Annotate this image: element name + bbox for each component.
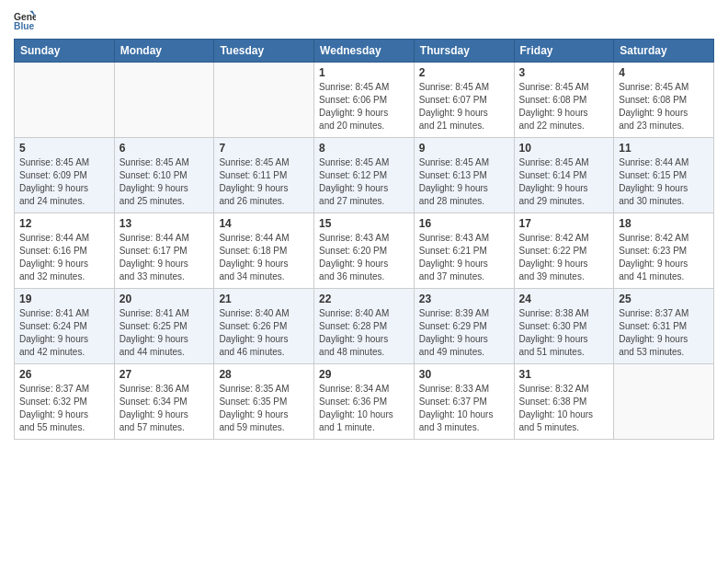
week-row-1: 1Sunrise: 8:45 AM Sunset: 6:06 PM Daylig…: [15, 63, 714, 138]
day-info: Sunrise: 8:32 AM Sunset: 6:38 PM Dayligh…: [519, 383, 609, 434]
day-number: 27: [119, 368, 210, 381]
day-number: 24: [519, 293, 609, 305]
day-info: Sunrise: 8:42 AM Sunset: 6:23 PM Dayligh…: [619, 232, 709, 283]
calendar-cell: 25Sunrise: 8:37 AM Sunset: 6:31 PM Dayli…: [614, 289, 714, 364]
calendar-cell: 27Sunrise: 8:36 AM Sunset: 6:34 PM Dayli…: [114, 364, 214, 440]
weekday-header-monday: Monday: [114, 40, 214, 63]
day-number: 5: [19, 142, 109, 155]
calendar-cell: 3Sunrise: 8:45 AM Sunset: 6:08 PM Daylig…: [514, 63, 614, 138]
weekday-header-wednesday: Wednesday: [314, 40, 415, 63]
day-info: Sunrise: 8:42 AM Sunset: 6:22 PM Dayligh…: [519, 232, 609, 283]
calendar-cell: 21Sunrise: 8:40 AM Sunset: 6:26 PM Dayli…: [214, 289, 314, 364]
day-info: Sunrise: 8:45 AM Sunset: 6:10 PM Dayligh…: [119, 156, 210, 208]
calendar-cell: 13Sunrise: 8:44 AM Sunset: 6:17 PM Dayli…: [114, 213, 214, 289]
calendar-cell: 26Sunrise: 8:37 AM Sunset: 6:32 PM Dayli…: [15, 364, 115, 440]
week-row-5: 26Sunrise: 8:37 AM Sunset: 6:32 PM Dayli…: [15, 364, 714, 440]
day-number: 6: [119, 142, 210, 155]
day-info: Sunrise: 8:38 AM Sunset: 6:30 PM Dayligh…: [519, 307, 609, 359]
day-info: Sunrise: 8:45 AM Sunset: 6:11 PM Dayligh…: [219, 156, 309, 208]
calendar-cell: 14Sunrise: 8:44 AM Sunset: 6:18 PM Dayli…: [214, 213, 314, 289]
day-number: 16: [419, 217, 509, 230]
day-number: 22: [319, 293, 409, 305]
calendar-cell: [614, 364, 714, 440]
day-number: 7: [219, 142, 309, 155]
day-number: 12: [19, 217, 109, 230]
day-number: 14: [219, 217, 309, 230]
day-number: 31: [519, 368, 609, 381]
day-number: 9: [419, 142, 509, 155]
weekday-header-tuesday: Tuesday: [214, 40, 314, 63]
calendar-cell: 16Sunrise: 8:43 AM Sunset: 6:21 PM Dayli…: [414, 213, 514, 289]
day-info: Sunrise: 8:45 AM Sunset: 6:13 PM Dayligh…: [419, 156, 509, 208]
day-info: Sunrise: 8:43 AM Sunset: 6:21 PM Dayligh…: [419, 232, 509, 283]
day-info: Sunrise: 8:43 AM Sunset: 6:20 PM Dayligh…: [319, 232, 409, 283]
day-number: 21: [219, 293, 309, 305]
day-info: Sunrise: 8:44 AM Sunset: 6:18 PM Dayligh…: [219, 232, 309, 283]
day-info: Sunrise: 8:41 AM Sunset: 6:24 PM Dayligh…: [19, 307, 109, 359]
day-info: Sunrise: 8:44 AM Sunset: 6:16 PM Dayligh…: [19, 232, 109, 283]
calendar-cell: 6Sunrise: 8:45 AM Sunset: 6:10 PM Daylig…: [114, 138, 214, 213]
day-number: 8: [319, 142, 409, 155]
calendar-cell: [15, 63, 115, 138]
day-number: 19: [19, 293, 109, 305]
calendar-cell: 12Sunrise: 8:44 AM Sunset: 6:16 PM Dayli…: [15, 213, 115, 289]
day-number: 26: [19, 368, 109, 381]
day-number: 30: [419, 368, 509, 381]
calendar-cell: 17Sunrise: 8:42 AM Sunset: 6:22 PM Dayli…: [514, 213, 614, 289]
calendar-cell: 10Sunrise: 8:45 AM Sunset: 6:14 PM Dayli…: [514, 138, 614, 213]
day-number: 4: [619, 66, 709, 79]
week-row-2: 5Sunrise: 8:45 AM Sunset: 6:09 PM Daylig…: [15, 138, 714, 213]
day-number: 10: [519, 142, 609, 155]
day-number: 11: [619, 142, 709, 155]
calendar-cell: 7Sunrise: 8:45 AM Sunset: 6:11 PM Daylig…: [214, 138, 314, 213]
day-number: 17: [519, 217, 609, 230]
day-info: Sunrise: 8:45 AM Sunset: 6:07 PM Dayligh…: [419, 81, 509, 132]
calendar-cell: 15Sunrise: 8:43 AM Sunset: 6:20 PM Dayli…: [314, 213, 415, 289]
calendar-cell: 18Sunrise: 8:42 AM Sunset: 6:23 PM Dayli…: [614, 213, 714, 289]
day-info: Sunrise: 8:44 AM Sunset: 6:17 PM Dayligh…: [119, 232, 210, 283]
day-info: Sunrise: 8:44 AM Sunset: 6:15 PM Dayligh…: [619, 156, 709, 208]
calendar-cell: 11Sunrise: 8:44 AM Sunset: 6:15 PM Dayli…: [614, 138, 714, 213]
day-number: 18: [619, 217, 709, 230]
day-number: 2: [419, 66, 509, 79]
day-info: Sunrise: 8:39 AM Sunset: 6:29 PM Dayligh…: [419, 307, 509, 359]
calendar: SundayMondayTuesdayWednesdayThursdayFrid…: [14, 39, 714, 440]
day-number: 1: [319, 66, 409, 79]
calendar-cell: [114, 63, 214, 138]
day-number: 29: [319, 368, 409, 381]
day-info: Sunrise: 8:45 AM Sunset: 6:09 PM Dayligh…: [19, 156, 109, 208]
day-info: Sunrise: 8:41 AM Sunset: 6:25 PM Dayligh…: [119, 307, 210, 359]
day-info: Sunrise: 8:45 AM Sunset: 6:06 PM Dayligh…: [319, 81, 409, 132]
calendar-cell: 28Sunrise: 8:35 AM Sunset: 6:35 PM Dayli…: [214, 364, 314, 440]
logo-icon: General Blue: [14, 9, 36, 31]
calendar-cell: 4Sunrise: 8:45 AM Sunset: 6:08 PM Daylig…: [614, 63, 714, 138]
calendar-cell: 2Sunrise: 8:45 AM Sunset: 6:07 PM Daylig…: [414, 63, 514, 138]
calendar-cell: 1Sunrise: 8:45 AM Sunset: 6:06 PM Daylig…: [314, 63, 415, 138]
weekday-header-saturday: Saturday: [614, 40, 714, 63]
calendar-cell: 29Sunrise: 8:34 AM Sunset: 6:36 PM Dayli…: [314, 364, 415, 440]
week-row-4: 19Sunrise: 8:41 AM Sunset: 6:24 PM Dayli…: [15, 289, 714, 364]
weekday-header-friday: Friday: [514, 40, 614, 63]
calendar-cell: 19Sunrise: 8:41 AM Sunset: 6:24 PM Dayli…: [15, 289, 115, 364]
day-info: Sunrise: 8:45 AM Sunset: 6:08 PM Dayligh…: [619, 81, 709, 132]
day-number: 3: [519, 66, 609, 79]
calendar-cell: [214, 63, 314, 138]
calendar-cell: 31Sunrise: 8:32 AM Sunset: 6:38 PM Dayli…: [514, 364, 614, 440]
day-number: 28: [219, 368, 309, 381]
weekday-header-thursday: Thursday: [414, 40, 514, 63]
day-info: Sunrise: 8:33 AM Sunset: 6:37 PM Dayligh…: [419, 383, 509, 434]
day-info: Sunrise: 8:45 AM Sunset: 6:08 PM Dayligh…: [519, 81, 609, 132]
day-number: 20: [119, 293, 210, 305]
day-number: 23: [419, 293, 509, 305]
calendar-cell: 9Sunrise: 8:45 AM Sunset: 6:13 PM Daylig…: [414, 138, 514, 213]
svg-text:Blue: Blue: [14, 21, 35, 31]
calendar-cell: 8Sunrise: 8:45 AM Sunset: 6:12 PM Daylig…: [314, 138, 415, 213]
day-number: 15: [319, 217, 409, 230]
day-info: Sunrise: 8:45 AM Sunset: 6:12 PM Dayligh…: [319, 156, 409, 208]
day-info: Sunrise: 8:36 AM Sunset: 6:34 PM Dayligh…: [119, 383, 210, 434]
day-info: Sunrise: 8:37 AM Sunset: 6:31 PM Dayligh…: [619, 307, 709, 359]
weekday-header-row: SundayMondayTuesdayWednesdayThursdayFrid…: [15, 40, 714, 63]
calendar-cell: 5Sunrise: 8:45 AM Sunset: 6:09 PM Daylig…: [15, 138, 115, 213]
calendar-cell: 30Sunrise: 8:33 AM Sunset: 6:37 PM Dayli…: [414, 364, 514, 440]
week-row-3: 12Sunrise: 8:44 AM Sunset: 6:16 PM Dayli…: [15, 213, 714, 289]
